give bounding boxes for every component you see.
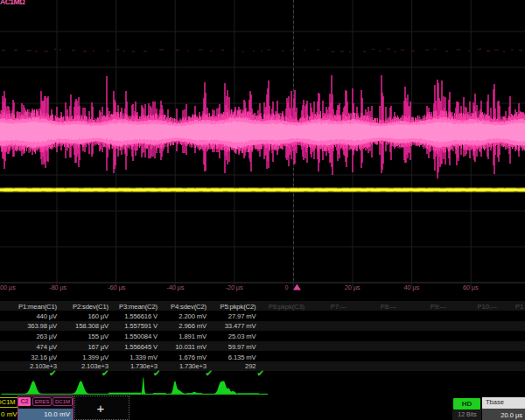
svg-text:0: 0 xyxy=(284,284,288,290)
